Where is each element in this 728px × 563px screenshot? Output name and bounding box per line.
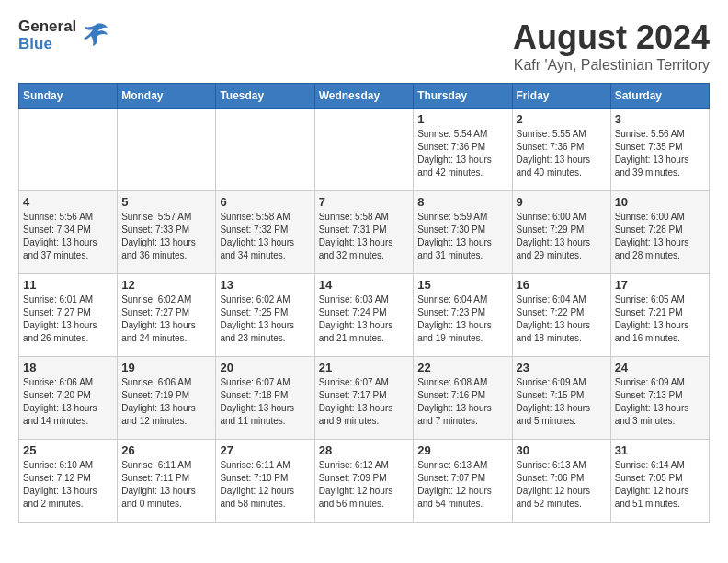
day-number: 13 xyxy=(220,278,310,292)
day-info: Sunrise: 6:14 AMSunset: 7:05 PMDaylight:… xyxy=(615,459,705,511)
header-sunday: Sunday xyxy=(19,84,118,109)
day-number: 28 xyxy=(319,443,410,457)
calendar-cell: 12Sunrise: 6:02 AMSunset: 7:27 PMDayligh… xyxy=(118,274,216,357)
calendar-cell: 5Sunrise: 5:57 AMSunset: 7:33 PMDaylight… xyxy=(118,191,216,274)
calendar-cell: 17Sunrise: 6:05 AMSunset: 7:21 PMDayligh… xyxy=(610,274,709,357)
day-number: 9 xyxy=(517,195,607,209)
logo-general: General xyxy=(18,18,76,36)
day-info: Sunrise: 6:00 AMSunset: 7:29 PMDaylight:… xyxy=(517,211,607,262)
day-number: 26 xyxy=(121,443,211,457)
calendar-cell xyxy=(19,109,118,191)
page-header: General Blue August 2024 Kafr 'Ayn, Pale… xyxy=(18,18,710,74)
day-info: Sunrise: 6:09 AMSunset: 7:15 PMDaylight:… xyxy=(517,376,607,428)
calendar-cell: 2Sunrise: 5:55 AMSunset: 7:36 PMDaylight… xyxy=(512,109,610,191)
day-info: Sunrise: 6:06 AMSunset: 7:19 PMDaylight:… xyxy=(121,376,211,428)
day-number: 11 xyxy=(23,278,113,292)
day-info: Sunrise: 6:11 AMSunset: 7:10 PMDaylight:… xyxy=(220,459,310,511)
day-info: Sunrise: 6:11 AMSunset: 7:11 PMDaylight:… xyxy=(121,459,211,511)
day-number: 2 xyxy=(517,112,607,126)
calendar-cell: 6Sunrise: 5:58 AMSunset: 7:32 PMDaylight… xyxy=(216,191,314,274)
calendar-cell: 19Sunrise: 6:06 AMSunset: 7:19 PMDayligh… xyxy=(118,357,216,440)
calendar-week-4: 25Sunrise: 6:10 AMSunset: 7:12 PMDayligh… xyxy=(19,440,710,523)
day-number: 3 xyxy=(615,112,705,126)
header-thursday: Thursday xyxy=(414,84,512,109)
day-info: Sunrise: 5:56 AMSunset: 7:34 PMDaylight:… xyxy=(23,211,113,262)
calendar-body: 1Sunrise: 5:54 AMSunset: 7:36 PMDaylight… xyxy=(19,109,710,523)
logo-bird-icon xyxy=(82,20,109,52)
day-number: 15 xyxy=(417,278,507,292)
day-number: 18 xyxy=(23,361,113,374)
calendar-table: Sunday Monday Tuesday Wednesday Thursday… xyxy=(18,83,710,523)
day-number: 5 xyxy=(121,195,211,209)
day-info: Sunrise: 5:58 AMSunset: 7:31 PMDaylight:… xyxy=(319,211,410,262)
day-number: 25 xyxy=(23,443,113,457)
day-number: 27 xyxy=(220,443,310,457)
calendar-cell: 18Sunrise: 6:06 AMSunset: 7:20 PMDayligh… xyxy=(19,357,118,440)
day-info: Sunrise: 6:10 AMSunset: 7:12 PMDaylight:… xyxy=(23,459,113,511)
day-info: Sunrise: 6:07 AMSunset: 7:17 PMDaylight:… xyxy=(319,376,410,428)
header-monday: Monday xyxy=(118,84,216,109)
calendar-cell: 23Sunrise: 6:09 AMSunset: 7:15 PMDayligh… xyxy=(512,357,610,440)
day-number: 19 xyxy=(121,361,211,374)
calendar-cell xyxy=(314,109,414,191)
header-friday: Friday xyxy=(512,84,610,109)
day-info: Sunrise: 6:05 AMSunset: 7:21 PMDaylight:… xyxy=(615,293,705,345)
day-number: 24 xyxy=(615,361,705,374)
day-info: Sunrise: 6:08 AMSunset: 7:16 PMDaylight:… xyxy=(417,376,507,428)
calendar-cell xyxy=(118,109,216,191)
calendar-week-3: 18Sunrise: 6:06 AMSunset: 7:20 PMDayligh… xyxy=(19,357,710,440)
header-wednesday: Wednesday xyxy=(314,84,414,109)
calendar-header: Sunday Monday Tuesday Wednesday Thursday… xyxy=(19,84,710,109)
day-number: 31 xyxy=(615,443,705,457)
calendar-cell: 4Sunrise: 5:56 AMSunset: 7:34 PMDaylight… xyxy=(19,191,118,274)
calendar-cell: 11Sunrise: 6:01 AMSunset: 7:27 PMDayligh… xyxy=(19,274,118,357)
day-info: Sunrise: 6:02 AMSunset: 7:25 PMDaylight:… xyxy=(220,293,310,345)
calendar-cell: 29Sunrise: 6:13 AMSunset: 7:07 PMDayligh… xyxy=(414,440,512,523)
calendar-week-2: 11Sunrise: 6:01 AMSunset: 7:27 PMDayligh… xyxy=(19,274,710,357)
day-info: Sunrise: 5:58 AMSunset: 7:32 PMDaylight:… xyxy=(220,211,310,262)
title-section: August 2024 Kafr 'Ayn, Palestinian Terri… xyxy=(513,18,710,74)
calendar-cell: 15Sunrise: 6:04 AMSunset: 7:23 PMDayligh… xyxy=(414,274,512,357)
day-number: 20 xyxy=(220,361,310,374)
subtitle: Kafr 'Ayn, Palestinian Territory xyxy=(513,57,710,74)
day-info: Sunrise: 5:55 AMSunset: 7:36 PMDaylight:… xyxy=(517,128,607,179)
header-row: Sunday Monday Tuesday Wednesday Thursday… xyxy=(19,84,710,109)
day-number: 14 xyxy=(319,278,410,292)
calendar-week-0: 1Sunrise: 5:54 AMSunset: 7:36 PMDaylight… xyxy=(19,109,710,191)
calendar-cell: 16Sunrise: 6:04 AMSunset: 7:22 PMDayligh… xyxy=(512,274,610,357)
day-number: 23 xyxy=(517,361,607,374)
day-info: Sunrise: 6:06 AMSunset: 7:20 PMDaylight:… xyxy=(23,376,113,428)
day-info: Sunrise: 5:57 AMSunset: 7:33 PMDaylight:… xyxy=(121,211,211,262)
calendar-cell: 20Sunrise: 6:07 AMSunset: 7:18 PMDayligh… xyxy=(216,357,314,440)
main-title: August 2024 xyxy=(513,18,710,57)
calendar-cell: 27Sunrise: 6:11 AMSunset: 7:10 PMDayligh… xyxy=(216,440,314,523)
calendar-cell: 30Sunrise: 6:13 AMSunset: 7:06 PMDayligh… xyxy=(512,440,610,523)
day-number: 7 xyxy=(319,195,410,209)
day-number: 6 xyxy=(220,195,310,209)
day-number: 1 xyxy=(417,112,507,126)
day-info: Sunrise: 5:56 AMSunset: 7:35 PMDaylight:… xyxy=(615,128,705,179)
day-info: Sunrise: 6:12 AMSunset: 7:09 PMDaylight:… xyxy=(319,459,410,511)
day-number: 4 xyxy=(23,195,113,209)
calendar-cell: 21Sunrise: 6:07 AMSunset: 7:17 PMDayligh… xyxy=(314,357,414,440)
day-number: 8 xyxy=(417,195,507,209)
day-info: Sunrise: 6:04 AMSunset: 7:22 PMDaylight:… xyxy=(517,293,607,345)
day-info: Sunrise: 6:01 AMSunset: 7:27 PMDaylight:… xyxy=(23,293,113,345)
day-number: 16 xyxy=(517,278,607,292)
day-info: Sunrise: 6:07 AMSunset: 7:18 PMDaylight:… xyxy=(220,376,310,428)
calendar-cell: 25Sunrise: 6:10 AMSunset: 7:12 PMDayligh… xyxy=(19,440,118,523)
calendar-cell: 24Sunrise: 6:09 AMSunset: 7:13 PMDayligh… xyxy=(610,357,709,440)
calendar-cell: 26Sunrise: 6:11 AMSunset: 7:11 PMDayligh… xyxy=(118,440,216,523)
logo: General Blue xyxy=(18,18,109,52)
calendar-week-1: 4Sunrise: 5:56 AMSunset: 7:34 PMDaylight… xyxy=(19,191,710,274)
calendar-cell: 14Sunrise: 6:03 AMSunset: 7:24 PMDayligh… xyxy=(314,274,414,357)
calendar-cell: 7Sunrise: 5:58 AMSunset: 7:31 PMDaylight… xyxy=(314,191,414,274)
calendar-cell: 10Sunrise: 6:00 AMSunset: 7:28 PMDayligh… xyxy=(610,191,709,274)
calendar-cell: 3Sunrise: 5:56 AMSunset: 7:35 PMDaylight… xyxy=(610,109,709,191)
day-number: 30 xyxy=(517,443,607,457)
day-info: Sunrise: 5:54 AMSunset: 7:36 PMDaylight:… xyxy=(417,128,507,179)
calendar-cell: 8Sunrise: 5:59 AMSunset: 7:30 PMDaylight… xyxy=(414,191,512,274)
day-info: Sunrise: 6:13 AMSunset: 7:07 PMDaylight:… xyxy=(417,459,507,511)
logo-blue: Blue xyxy=(18,36,52,53)
day-number: 29 xyxy=(417,443,507,457)
